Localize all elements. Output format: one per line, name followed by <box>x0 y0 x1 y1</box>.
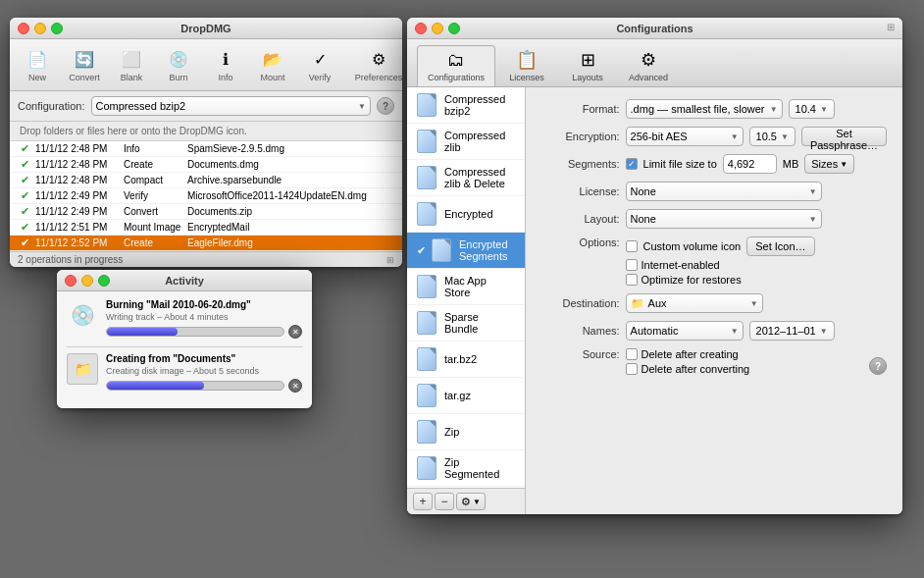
format-select[interactable]: .dmg — smallest file, slower ▼ <box>626 99 783 119</box>
dropdmg-title-bar: DropDMG <box>10 18 402 39</box>
config-item-compressed-bzip2[interactable]: Compressed bzip2 <box>407 87 525 124</box>
burn-button[interactable]: 💿 Burn <box>161 45 196 84</box>
status-icon: ✔ <box>18 205 31 219</box>
table-row: ✔ 11/1/12 2:48 PM Compact Archive.sparse… <box>10 173 402 188</box>
advanced-tab-icon: ⚙ <box>641 49 656 71</box>
destination-control: 📁 Aux ▼ <box>626 293 887 313</box>
destination-arrow-icon: ▼ <box>750 299 758 308</box>
configurations-window: Configurations ⊞ 🗂 Configurations 📋 Lice… <box>407 18 902 514</box>
segments-label: Segments: <box>541 158 620 170</box>
configurations-tabs: 🗂 Configurations 📋 Licenses ⊞ Layouts ⚙ … <box>407 39 902 87</box>
table-row-selected[interactable]: ✔ 11/1/12 2:52 PM Create EagleFiler.dmg <box>10 236 402 251</box>
creating-progress-fill <box>107 382 204 390</box>
burn-icon: 💿 <box>167 47 190 71</box>
destination-label: Destination: <box>541 297 620 309</box>
activity-maximize-button[interactable] <box>98 275 110 287</box>
activity-close-button[interactable] <box>65 275 77 287</box>
names-select[interactable]: Automatic ▼ <box>626 321 744 341</box>
passphrase-button[interactable]: Set Passphrase… <box>801 127 887 146</box>
config-item-mac-app-store[interactable]: Mac App Store <box>407 269 525 305</box>
tab-layouts[interactable]: ⊞ Layouts <box>558 45 617 86</box>
layout-select[interactable]: None ▼ <box>626 209 822 229</box>
tab-advanced[interactable]: ⚙ Advanced <box>619 45 678 86</box>
convert-icon: 🔄 <box>73 47 96 71</box>
source-options: Delete after creating Delete after conve… <box>626 348 750 375</box>
options-row: Options: Custom volume icon Set Icon… In… <box>541 236 887 286</box>
config-item-compressed-zlib-delete[interactable]: Compressed zlib & Delete <box>407 160 525 196</box>
status-icon: ✔ <box>18 174 31 187</box>
configurations-maximize-button[interactable] <box>448 23 460 34</box>
help-button[interactable]: ? <box>377 97 394 115</box>
encryption-select[interactable]: 256-bit AES ▼ <box>626 127 744 146</box>
delete-after-creating-checkbox[interactable] <box>626 348 638 360</box>
license-control: None ▼ <box>626 182 887 201</box>
creating-progress-container: ✕ <box>106 379 302 393</box>
new-button[interactable]: 📄 New <box>20 45 55 84</box>
set-icon-button[interactable]: Set Icon… <box>746 236 814 256</box>
gear-arrow-icon: ▼ <box>473 498 481 506</box>
verify-button[interactable]: ✓ Verify <box>302 45 337 84</box>
creating-stop-button[interactable]: ✕ <box>288 379 302 393</box>
remove-config-button[interactable]: − <box>435 493 454 510</box>
optimize-restores-checkbox[interactable] <box>626 274 638 286</box>
limit-filesize-checkbox[interactable]: ✓ <box>626 158 638 170</box>
configurations-minimize-button[interactable] <box>432 23 443 34</box>
configurations-close-button[interactable] <box>415 23 427 34</box>
segments-inner: ✓ Limit file size to 4,692 MB Sizes ▼ <box>626 154 855 174</box>
tab-configurations[interactable]: 🗂 Configurations <box>417 45 495 86</box>
delete-after-converting-checkbox[interactable] <box>626 363 638 375</box>
activity-traffic-lights <box>65 275 110 287</box>
config-item-encrypted[interactable]: Encrypted <box>407 196 525 233</box>
options-section: Custom volume icon Set Icon… Internet-en… <box>626 236 815 286</box>
version-arrow-icon: ▼ <box>820 105 828 114</box>
table-row: ✔ 11/1/12 2:51 PM Mount Image EncryptedM… <box>10 220 402 236</box>
info-button[interactable]: ℹ Info <box>208 45 243 84</box>
internet-enabled-checkbox[interactable] <box>626 259 638 271</box>
table-row: ✔ 11/1/12 2:48 PM Info SpamSieve-2.9.5.d… <box>10 141 402 157</box>
config-item-tar-gz[interactable]: tar.gz <box>407 378 525 414</box>
tab-licenses[interactable]: 📋 Licenses <box>497 45 556 86</box>
gear-menu-button[interactable]: ⚙ ▼ <box>456 493 486 510</box>
option2-row: Internet-enabled <box>626 259 815 271</box>
source-help-button[interactable]: ? <box>869 357 887 375</box>
configuration-select[interactable]: Compressed bzip2 ▼ <box>91 96 372 116</box>
dropdmg-window: DropDMG 📄 New 🔄 Convert ⬜ Blank 💿 Burn ℹ… <box>10 18 402 267</box>
config-item-sparse-bundle[interactable]: Sparse Bundle <box>407 305 525 342</box>
sizes-button[interactable]: Sizes ▼ <box>804 154 854 174</box>
custom-volume-icon-checkbox[interactable] <box>626 240 638 252</box>
config-item-tar-bz2[interactable]: tar.bz2 <box>407 342 525 378</box>
segments-control: ✓ Limit file size to 4,692 MB Sizes ▼ <box>626 154 887 174</box>
config-item-zip-segmented[interactable]: Zip Segmented <box>407 450 525 487</box>
license-select[interactable]: None ▼ <box>626 182 822 201</box>
close-button[interactable] <box>18 23 29 34</box>
config-list: Compressed bzip2 Compressed zlib Compres… <box>407 87 525 488</box>
config-item-encrypted-segments[interactable]: ✔ Encrypted Segments <box>407 233 525 269</box>
configurations-title: Configurations <box>616 23 693 34</box>
expand-button[interactable]: ⊞ <box>887 22 895 32</box>
log-table: ✔ 11/1/12 2:48 PM Info SpamSieve-2.9.5.d… <box>10 141 402 251</box>
config-item-zip[interactable]: Zip <box>407 414 525 450</box>
layout-label: Layout: <box>541 213 620 225</box>
license-label: License: <box>541 185 620 197</box>
burning-title: Burning "Mail 2010-06-20.dmg" <box>106 299 302 310</box>
add-config-button[interactable]: + <box>413 493 433 510</box>
mount-button[interactable]: 📂 Mount <box>255 45 290 84</box>
maximize-button[interactable] <box>51 23 63 34</box>
activity-minimize-button[interactable] <box>81 275 93 287</box>
blank-button[interactable]: ⬜ Blank <box>114 45 149 84</box>
minimize-button[interactable] <box>34 23 46 34</box>
burning-stop-button[interactable]: ✕ <box>288 325 302 339</box>
convert-button[interactable]: 🔄 Convert <box>67 45 102 84</box>
destination-select[interactable]: 📁 Aux ▼ <box>626 293 763 313</box>
source-label: Source: <box>541 348 620 360</box>
config-item-compressed-zlib[interactable]: Compressed zlib <box>407 124 525 160</box>
format-version-badge: 10.4 ▼ <box>789 99 835 119</box>
status-text: 2 operations in progress <box>18 254 123 265</box>
names-date-arrow-icon: ▼ <box>820 327 828 336</box>
burning-icon: 💿 <box>67 299 98 331</box>
filesize-input[interactable]: 4,692 <box>723 154 777 174</box>
dmg-icon <box>417 384 436 407</box>
layout-control: None ▼ <box>626 209 887 229</box>
preferences-button[interactable]: ⚙ Preferences <box>361 45 396 84</box>
creating-detail: Creating from "Documents" Creating disk … <box>106 353 302 393</box>
